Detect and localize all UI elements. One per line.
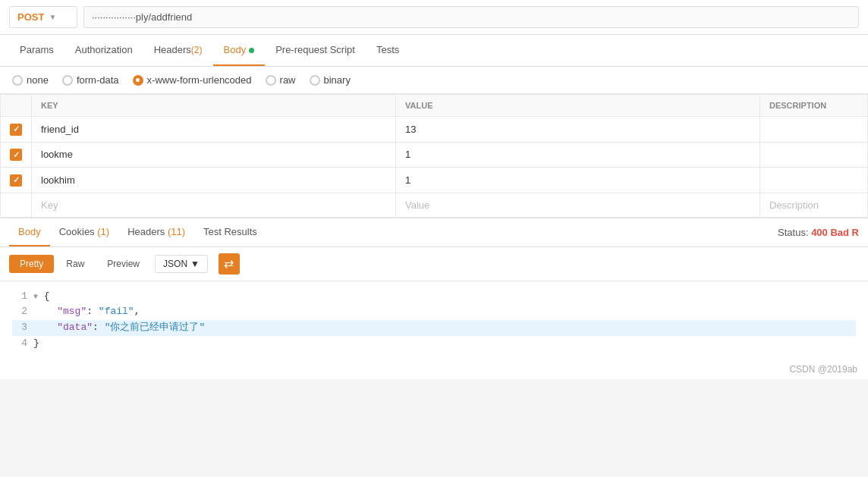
footer: CSDN @2019ab: [0, 359, 868, 379]
chevron-down-icon: ▼: [49, 13, 56, 21]
tab-authorization[interactable]: Authorization: [64, 35, 143, 66]
checkbox-1[interactable]: [10, 124, 22, 136]
response-tab-body[interactable]: Body: [9, 218, 50, 246]
tab-headers[interactable]: Headers(2): [143, 35, 213, 66]
col-description: DESCRIPTION: [760, 95, 868, 117]
check-cell-2[interactable]: [1, 142, 32, 168]
radio-form-data[interactable]: form-data: [62, 74, 119, 86]
format-preview-button[interactable]: Preview: [96, 255, 150, 273]
response-section: Body Cookies (1) Headers (11) Test Resul…: [0, 218, 868, 359]
col-key: KEY: [32, 95, 396, 117]
tab-pre-request[interactable]: Pre-request Script: [265, 35, 366, 66]
url-input[interactable]: [83, 6, 859, 28]
key-cell-1[interactable]: friend_id: [32, 117, 396, 143]
tabs-row: Params Authorization Headers(2) Body Pre…: [0, 35, 868, 67]
tab-tests[interactable]: Tests: [366, 35, 410, 66]
format-select[interactable]: JSON ▼: [155, 255, 208, 273]
wrap-button[interactable]: ⇄: [219, 253, 240, 275]
value-cell-3[interactable]: 1: [396, 168, 760, 193]
response-tab-cookies[interactable]: Cookies (1): [50, 218, 118, 246]
chevron-down-icon: ▼: [190, 259, 200, 269]
tab-body[interactable]: Body: [213, 35, 266, 66]
check-cell-3[interactable]: [1, 168, 32, 193]
json-line-3: 3 "data": "你之前已经申请过了": [12, 320, 856, 336]
radio-circle-binary: [310, 75, 320, 86]
key-cell-empty[interactable]: Key: [32, 193, 396, 217]
kv-table: KEY VALUE DESCRIPTION friend_id 13 lookm…: [0, 94, 868, 218]
table-empty-row: Key Value Description: [1, 193, 868, 217]
json-output: 1 ▼ { 2 "msg": "fail", 3 "data": "你之前已经申…: [0, 281, 868, 359]
json-line-4: 4 }: [12, 336, 856, 352]
radio-binary[interactable]: binary: [310, 74, 351, 86]
method-select[interactable]: POST ▼: [9, 6, 77, 28]
table-header-row: KEY VALUE DESCRIPTION: [1, 95, 868, 117]
value-cell-2[interactable]: 1: [396, 142, 760, 168]
desc-cell-empty[interactable]: Description: [760, 193, 868, 217]
key-cell-3[interactable]: lookhim: [32, 168, 396, 193]
value-cell-1[interactable]: 13: [396, 117, 760, 143]
check-cell-1[interactable]: [1, 117, 32, 143]
body-active-dot: [249, 48, 254, 53]
desc-cell-1[interactable]: [760, 117, 868, 143]
col-check: [1, 95, 32, 117]
url-bar: POST ▼: [0, 0, 868, 35]
radio-circle-none: [12, 75, 23, 86]
footer-credit: CSDN @2019ab: [789, 364, 857, 375]
radio-circle-form-data: [62, 75, 73, 86]
format-raw-button[interactable]: Raw: [55, 255, 95, 273]
value-cell-empty[interactable]: Value: [396, 193, 760, 217]
body-type-row: none form-data x-www-form-urlencoded raw…: [0, 67, 868, 94]
json-line-1: 1 ▼ {: [12, 289, 856, 305]
status-info: Status: 400 Bad R: [778, 227, 859, 238]
response-tabs-row: Body Cookies (1) Headers (11) Test Resul…: [0, 218, 868, 247]
checkbox-3[interactable]: [10, 174, 22, 187]
response-tab-test-results[interactable]: Test Results: [194, 218, 266, 246]
radio-circle-raw: [266, 75, 276, 86]
desc-cell-3[interactable]: [760, 168, 868, 193]
radio-circle-urlencoded: [133, 75, 143, 86]
json-line-2: 2 "msg": "fail",: [12, 304, 856, 320]
radio-raw[interactable]: raw: [266, 74, 296, 86]
table-row: friend_id 13: [1, 117, 868, 143]
check-cell-empty: [1, 193, 32, 217]
tab-params[interactable]: Params: [9, 35, 64, 66]
format-pretty-button[interactable]: Pretty: [9, 255, 54, 273]
table-row: lookme 1: [1, 142, 868, 168]
col-value: VALUE: [396, 95, 760, 117]
key-cell-2[interactable]: lookme: [32, 142, 396, 168]
format-row: Pretty Raw Preview JSON ▼ ⇄: [0, 247, 868, 281]
radio-urlencoded[interactable]: x-www-form-urlencoded: [133, 74, 252, 86]
collapse-icon[interactable]: ▼: [33, 293, 38, 301]
checkbox-2[interactable]: [10, 149, 22, 161]
status-code: 400 Bad R: [811, 227, 859, 238]
radio-none[interactable]: none: [12, 74, 49, 86]
desc-cell-2[interactable]: [760, 142, 868, 168]
response-tab-headers[interactable]: Headers (11): [118, 218, 194, 246]
table-row: lookhim 1: [1, 168, 868, 193]
method-label: POST: [17, 11, 44, 23]
